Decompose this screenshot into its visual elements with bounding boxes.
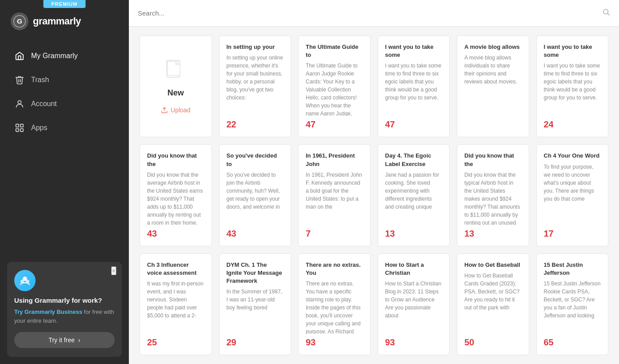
doc-score: 22 (227, 119, 284, 130)
search-icon (602, 8, 610, 18)
main-content: New Upload In setting up yourIn setting … (129, 0, 619, 364)
upload-label: Upload (171, 107, 190, 114)
document-card[interactable]: In 1961, President JohnIn 1961, Presiden… (298, 144, 371, 246)
sidebar-item-label-my-grammarly: My Grammarly (31, 52, 78, 60)
doc-preview: In the Summer of 1987, I was an 11-year-… (227, 288, 284, 334)
doc-preview: Jane had a passion for cooking. She love… (385, 171, 443, 225)
doc-preview: To find your purpose, we need to uncover… (544, 163, 601, 225)
premium-badge: PREMIUM (44, 0, 86, 8)
document-card[interactable]: In setting up yourIn setting up your onl… (219, 36, 292, 137)
doc-score: 29 (227, 337, 284, 348)
document-grid: New Upload In setting up yourIn setting … (129, 27, 619, 364)
new-label: New (168, 88, 184, 98)
document-card[interactable]: Day 4. The Egoic Label ExerciseJane had … (378, 144, 450, 246)
doc-title: There are no extras. You (306, 261, 363, 277)
sidebar-item-trash[interactable]: Trash (4, 68, 125, 91)
doc-title: Did you know that the (147, 152, 204, 168)
doc-score: 25 (147, 337, 204, 348)
trash-icon (14, 75, 25, 85)
try-it-free-button[interactable]: Try it free › (14, 332, 115, 348)
doc-score: 65 (544, 337, 601, 348)
document-card[interactable]: I want you to take someI want you to tak… (378, 36, 450, 137)
doc-title: The Ultimate Guide to (306, 43, 363, 59)
sidebar-item-label-apps: Apps (31, 124, 47, 132)
doc-score: 17 (544, 229, 601, 239)
svg-line-11 (607, 13, 609, 15)
search-bar (129, 0, 619, 27)
svg-point-10 (603, 9, 608, 14)
sidebar: PREMIUM G grammarly My Grammarly (0, 0, 129, 364)
document-card[interactable]: Did you know that theDid you know that t… (457, 144, 529, 246)
new-document-card[interactable]: New Upload (140, 36, 212, 137)
document-card[interactable]: How to Get BaseballHow to Get Baseball C… (457, 253, 529, 355)
doc-preview: Did you know that the average Airbnb hos… (147, 171, 204, 225)
doc-preview: So you've decided to join the Airbnb com… (227, 171, 284, 225)
home-icon (14, 51, 25, 61)
doc-score: 47 (306, 119, 363, 130)
search-input[interactable] (138, 9, 598, 17)
doc-preview: In setting up your online presence, whet… (227, 54, 284, 116)
logo-text: grammarly (33, 16, 81, 27)
promo-card: × Using Grammarly for work? Try Grammarl… (7, 262, 122, 357)
svg-rect-4 (20, 124, 23, 127)
svg-rect-5 (16, 129, 19, 131)
document-card[interactable]: Did you know that theDid you know that t… (140, 144, 212, 246)
doc-preview: I want you to take some time to find thr… (385, 62, 443, 116)
document-card[interactable]: A movie blog allowsA movie blog allows i… (457, 36, 529, 137)
doc-title: In setting up your (227, 43, 284, 51)
promo-close-button[interactable]: × (111, 266, 116, 275)
doc-preview: In 1961, President John F. Kennedy annou… (306, 171, 363, 225)
doc-preview: How to Start a Christian Blog in 2023: 1… (385, 280, 443, 334)
sidebar-item-apps[interactable]: Apps (4, 116, 125, 139)
sidebar-nav: My Grammarly Trash Account (0, 39, 129, 255)
doc-title: DYM Ch. 1 The Ignite Your Message Framew… (227, 261, 284, 285)
document-card[interactable]: There are no extras. YouThere are no ext… (298, 253, 371, 355)
promo-avatar (14, 270, 36, 291)
svg-rect-3 (16, 124, 19, 127)
doc-title: 15 Best Justin Jefferson (544, 261, 601, 277)
sidebar-item-account[interactable]: Account (4, 92, 125, 115)
doc-score: 47 (385, 119, 443, 130)
upload-row[interactable]: Upload (161, 107, 190, 114)
document-card[interactable]: Ch 3 Influencer voice assessmentIt was m… (140, 253, 212, 355)
account-icon (14, 99, 25, 109)
doc-title: How to Start a Christian (385, 261, 443, 277)
promo-link[interactable]: Try Grammarly Business (14, 309, 82, 315)
doc-preview: Did you know that the typical Airbnb hos… (464, 171, 522, 225)
sidebar-item-label-account: Account (31, 100, 57, 108)
doc-title: I want you to take some (385, 43, 443, 59)
new-document-icon (166, 59, 185, 85)
doc-title: So you've decided to (227, 152, 284, 168)
doc-title: Day 4. The Egoic Label Exercise (385, 152, 443, 168)
document-card[interactable]: 15 Best Justin Jefferson15 Best Justin J… (536, 253, 609, 355)
sidebar-item-my-grammarly[interactable]: My Grammarly (4, 44, 125, 67)
doc-score: 7 (306, 229, 363, 239)
doc-title: Ch 4 Your One Word (544, 152, 601, 160)
document-card[interactable]: So you've decided toSo you've decided to… (219, 144, 292, 246)
document-card[interactable]: How to Start a ChristianHow to Start a C… (378, 253, 450, 355)
document-card[interactable]: Ch 4 Your One WordTo find your purpose, … (536, 144, 609, 246)
doc-score: 24 (544, 119, 601, 130)
doc-score: 13 (385, 229, 443, 239)
doc-title: How to Get Baseball (464, 261, 522, 269)
doc-score: 93 (385, 337, 443, 348)
doc-preview: There are no extras. You have a specific… (306, 280, 363, 334)
document-card[interactable]: I want you to take someI want you to tak… (536, 36, 609, 137)
doc-score: 43 (227, 229, 284, 239)
doc-preview: 15 Best Justin Jefferson Rookie Cards PS… (544, 280, 601, 334)
svg-point-2 (18, 101, 21, 104)
document-card[interactable]: The Ultimate Guide toThe Ultimate Guide … (298, 36, 371, 137)
svg-text:G: G (17, 17, 22, 25)
doc-preview: It was my first in-person event, and I w… (147, 280, 204, 334)
doc-score: 43 (147, 229, 204, 239)
doc-preview: I want you to take some time to find thr… (544, 62, 601, 116)
doc-preview: The Ultimate Guide to Aaron Judge Rookie… (306, 62, 363, 116)
doc-title: Did you know that the (464, 152, 522, 168)
document-card[interactable]: DYM Ch. 1 The Ignite Your Message Framew… (219, 253, 292, 355)
doc-score: 13 (464, 229, 522, 239)
doc-title: I want you to take some (544, 43, 601, 59)
promo-title: Using Grammarly for work? (14, 297, 115, 304)
doc-title: In 1961, President John (306, 152, 363, 168)
doc-title: A movie blog allows (464, 43, 522, 51)
arrow-icon: › (78, 336, 80, 344)
